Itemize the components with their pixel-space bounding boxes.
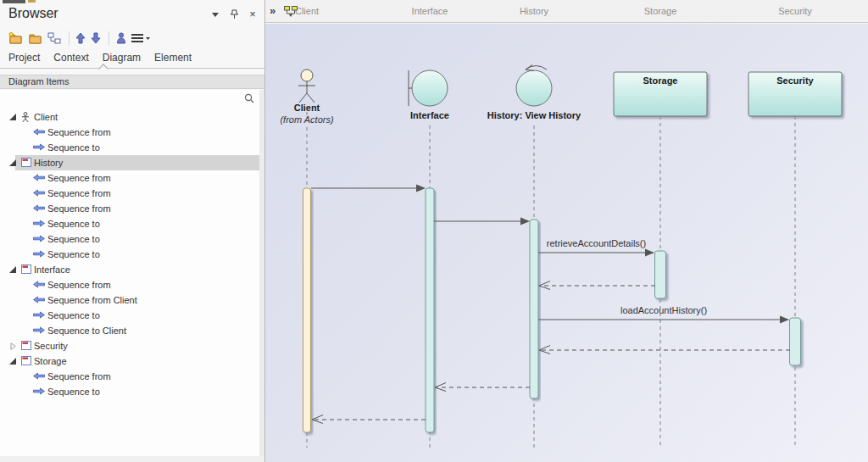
tree-leaf-sequence-to[interactable]: Sequence to xyxy=(0,231,259,247)
collapse-columns-icon[interactable]: » xyxy=(270,4,275,17)
expanded-icon[interactable] xyxy=(9,114,17,121)
lifeline-name: Security xyxy=(776,75,814,86)
message-arrowhead xyxy=(645,249,654,257)
tree-leaf-label: Sequence to xyxy=(47,234,100,244)
activation-interface[interactable] xyxy=(426,188,434,432)
move-down-icon[interactable] xyxy=(89,30,103,47)
tree-leaf-label: Sequence from Client xyxy=(47,295,137,305)
activation-security[interactable] xyxy=(790,318,801,365)
panel-title: Browser xyxy=(8,6,58,21)
sequence-from-arrow-icon xyxy=(33,372,45,380)
sequence-to-arrow-icon xyxy=(33,387,45,395)
tab-remnant-tan xyxy=(28,0,36,3)
diagram-view-icon[interactable] xyxy=(46,30,63,47)
sequence-to-arrow-icon xyxy=(33,235,45,242)
actor-leg xyxy=(299,93,307,103)
tree-leaf-sequence-from[interactable]: Sequence from xyxy=(0,186,259,201)
tree-node-security[interactable]: Security xyxy=(0,338,259,353)
close-icon[interactable]: × xyxy=(248,9,258,19)
tree-leaf-sequence-from[interactable]: Sequence from xyxy=(0,125,259,140)
tree-leaf-sequence-to[interactable]: Sequence to xyxy=(0,140,259,155)
lifeline-name: Client xyxy=(294,103,320,113)
lifeline-stereotype: (from Actors) xyxy=(280,114,333,125)
activation-storage[interactable] xyxy=(655,251,666,298)
tree-leaf-sequence-from[interactable]: Sequence from xyxy=(0,369,259,384)
browser-tabs: ProjectContextDiagramElement xyxy=(0,49,264,68)
tree-leaf-sequence-to[interactable]: Sequence to xyxy=(0,247,259,262)
tree-leaf-label: Sequence from xyxy=(47,371,111,381)
activation-history[interactable] xyxy=(530,220,538,398)
tab-project[interactable]: Project xyxy=(8,49,40,66)
actor-leg xyxy=(307,93,314,103)
tree-node-client[interactable]: Client xyxy=(0,109,259,125)
column-label-history: History xyxy=(520,6,548,16)
tree-leaf-sequence-from[interactable]: Sequence from xyxy=(0,170,259,186)
activation-client[interactable] xyxy=(303,188,311,432)
diagram-column-header: » ClientInterfaceHistoryStorageSecurity xyxy=(265,0,868,23)
browser-panel: Browser × ProjectContextDiagramElement D… xyxy=(0,0,265,462)
expanded-icon[interactable] xyxy=(9,358,17,365)
element-icon xyxy=(21,264,31,274)
sequence-from-arrow-icon xyxy=(33,296,45,303)
diagram-tab-icon xyxy=(284,6,298,17)
sequence-from-arrow-icon xyxy=(33,281,45,288)
column-label-storage: Storage xyxy=(644,6,677,16)
tab-element[interactable]: Element xyxy=(154,49,192,66)
boundary-circle[interactable] xyxy=(412,70,448,106)
tab-remnant-dark xyxy=(3,0,25,3)
expanded-icon[interactable] xyxy=(9,159,17,167)
tree-leaf-sequence-to[interactable]: Sequence to xyxy=(0,384,259,399)
sequence-from-arrow-icon xyxy=(33,189,45,197)
tree-node-label: Security xyxy=(34,341,68,351)
toolbar-separator xyxy=(108,31,109,45)
dropdown-icon[interactable] xyxy=(210,9,220,19)
tree-leaf-sequence-from[interactable]: Sequence from xyxy=(0,277,259,292)
message-arrowhead xyxy=(520,218,530,225)
tree-leaf-sequence-to[interactable]: Sequence to xyxy=(0,308,259,323)
actor-icon xyxy=(21,112,30,123)
sequence-to-arrow-icon xyxy=(33,143,45,151)
tree-node-history[interactable]: History xyxy=(15,155,259,170)
menu-icon[interactable] xyxy=(130,30,152,47)
collapsed-icon[interactable] xyxy=(9,342,17,350)
pin-icon[interactable] xyxy=(229,9,239,19)
tree-node-label: Client xyxy=(34,112,58,122)
column-label-interface: Interface xyxy=(412,6,448,16)
search-row[interactable] xyxy=(0,90,264,105)
tree-scrollbar-track[interactable] xyxy=(259,90,264,456)
tree-leaf-label: Sequence from xyxy=(47,188,111,198)
sequence-to-arrow-icon xyxy=(33,326,45,334)
tree-leaf-label: Sequence to Client xyxy=(47,326,126,336)
lifeline-name: Storage xyxy=(643,75,678,86)
tree-node-label: Storage xyxy=(34,356,67,366)
column-label-client: Client xyxy=(295,6,319,16)
tree-leaf-label: Sequence from xyxy=(47,203,111,214)
panel-title-bar: Browser × xyxy=(0,5,264,25)
panel-bottom-edge xyxy=(0,456,264,462)
move-up-icon[interactable] xyxy=(74,30,87,47)
new-folder-icon[interactable] xyxy=(7,30,25,47)
tree-node-interface[interactable]: Interface xyxy=(0,262,259,277)
sequence-to-arrow-icon xyxy=(33,250,45,258)
lifeline-name: History: View History xyxy=(487,110,581,120)
tree-node-storage[interactable]: Storage xyxy=(0,353,259,369)
sequence-from-arrow-icon xyxy=(33,204,45,212)
sequence-to-arrow-icon xyxy=(33,220,45,227)
tree-node-label: Interface xyxy=(34,264,70,275)
message-label: retrieveAccountDetails() xyxy=(547,238,646,248)
tree-leaf-sequence-to-client[interactable]: Sequence to Client xyxy=(0,323,259,338)
toolbar-separator xyxy=(69,31,70,45)
tab-context[interactable]: Context xyxy=(53,49,88,66)
sequence-from-arrow-icon xyxy=(33,128,45,136)
tree-leaf-sequence-to[interactable]: Sequence to xyxy=(0,216,259,231)
folder-icon[interactable] xyxy=(26,30,44,47)
collaborate-icon[interactable] xyxy=(114,30,128,47)
sequence-diagram-canvas[interactable]: Client(from Actors)InterfaceHistory: Vie… xyxy=(265,24,868,462)
expanded-icon[interactable] xyxy=(9,266,17,274)
control-circle[interactable] xyxy=(516,70,552,106)
element-icon xyxy=(21,356,31,365)
tree-leaf-sequence-from-client[interactable]: Sequence from Client xyxy=(0,292,259,308)
message-arrowhead xyxy=(780,316,789,324)
tree-leaf-sequence-from[interactable]: Sequence from xyxy=(0,201,259,216)
tab-diagram[interactable]: Diagram xyxy=(103,49,141,66)
